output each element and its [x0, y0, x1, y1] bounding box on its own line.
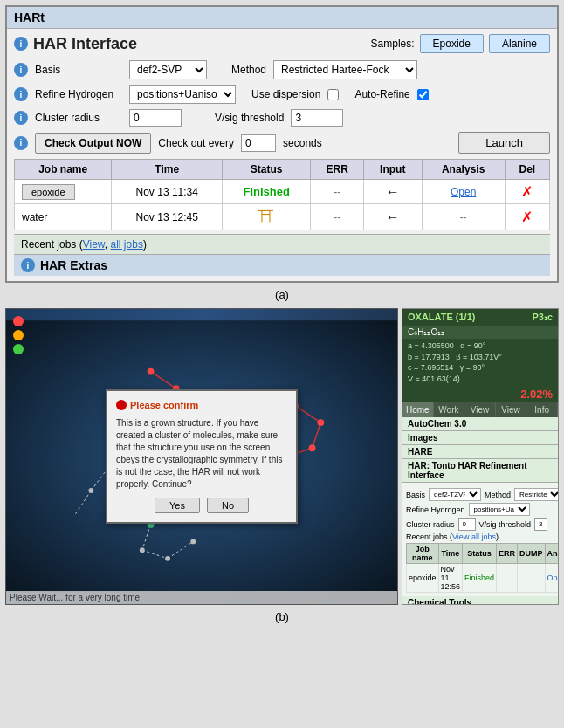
har-mini-vsig-input[interactable] — [534, 518, 547, 531]
section-har[interactable]: HAR: Tonto HAR Refinement Interface — [402, 459, 558, 483]
alanine-button[interactable]: Alanine — [489, 34, 550, 53]
basis-label: Basis — [35, 64, 122, 76]
stat-c: c = 7.695514 γ = 90° — [408, 362, 553, 374]
recent-jobs-text: Recent jobs — [21, 238, 76, 251]
mini-col-err: ERR — [497, 544, 518, 564]
mini-job-analysis[interactable]: Open — [545, 564, 558, 593]
app-title: HARt — [14, 10, 45, 24]
dialog-error-icon — [116, 400, 127, 410]
vsig-label: V/sig threshold — [215, 112, 284, 124]
title-bar: HARt — [7, 7, 557, 29]
check-info-icon[interactable]: i — [14, 136, 28, 150]
svg-point-63 — [165, 556, 170, 561]
job-name-cell2: water — [15, 204, 112, 230]
job-status-cell2: ⛩ — [223, 204, 311, 230]
all-jobs-link[interactable]: all jobs — [111, 238, 143, 251]
har-mini-basis-select[interactable]: def2-TZVP — [429, 488, 481, 501]
section-hare[interactable]: HARE — [402, 445, 558, 459]
dialog-no-button[interactable]: No — [207, 498, 249, 513]
status-running: ⛩ — [258, 208, 274, 225]
extras-bar: i HAR Extras — [14, 254, 550, 276]
job-input-cell2[interactable]: ← — [364, 204, 422, 230]
check-every-input[interactable] — [241, 134, 276, 152]
oxalate-formula-text: C₆H₁₂O₁₃ — [408, 327, 444, 337]
nav-view2[interactable]: View — [496, 402, 527, 417]
check-output-row: i Check Output NOW Check out every secon… — [14, 132, 550, 154]
col-time: Time — [112, 160, 223, 180]
har-mini-cluster-input[interactable] — [458, 518, 476, 531]
har-mini-basis-row: Basis def2-TZVP Method Restricted Hartre… — [406, 488, 554, 501]
extras-label: HAR Extras — [40, 258, 107, 272]
job-name-button[interactable]: epoxide — [22, 184, 75, 200]
cluster-info-icon[interactable]: i — [14, 111, 28, 125]
traffic-light-red[interactable] — [13, 316, 24, 326]
viz-panel: Please confirm This is a grown structure… — [5, 308, 398, 605]
job-del-cell2[interactable]: ✗ — [505, 204, 549, 230]
nav-home[interactable]: Home — [402, 402, 434, 417]
delete-icon2[interactable]: ✗ — [521, 209, 533, 224]
auto-refine-checkbox[interactable] — [417, 89, 429, 100]
section-autochem[interactable]: AutoChem 3.0 — [402, 417, 558, 431]
nav-view1[interactable]: View — [464, 402, 496, 417]
launch-button[interactable]: Launch — [458, 132, 550, 154]
basis-info-icon[interactable]: i — [14, 63, 28, 77]
open-link[interactable]: Open — [451, 186, 476, 198]
har-mini-method-select[interactable]: Restricted Hartree-F — [514, 488, 558, 501]
nav-info[interactable]: Info — [526, 402, 558, 417]
cluster-row: i Cluster radius V/sig threshold — [14, 109, 550, 127]
traffic-light-green[interactable] — [13, 344, 24, 354]
delete-icon[interactable]: ✗ — [521, 184, 533, 199]
auto-refine-label: Auto-Refine — [354, 88, 409, 100]
status-bar: Please Wait... for a very long time — [6, 591, 397, 604]
extras-info-icon[interactable]: i — [21, 258, 35, 272]
har-mini-recent-label: Recent jobs (View all jobs) — [406, 532, 554, 541]
har-mini-view-all-link[interactable]: View all jobs — [452, 532, 496, 541]
vsig-value-input[interactable] — [291, 109, 343, 127]
section-chemical-tools[interactable]: Chemical Tools — [402, 596, 558, 604]
mini-col-analysis: Analysis — [545, 544, 558, 564]
view-link[interactable]: View — [83, 238, 105, 251]
oxalate-stats: a = 4.305500 α = 90° b = 17.7913 β = 103… — [402, 339, 558, 386]
har-mini-panel: Basis def2-TZVP Method Restricted Hartre… — [402, 483, 558, 596]
check-output-button[interactable]: Check Output NOW — [35, 133, 151, 154]
job-input-cell[interactable]: ← — [364, 180, 422, 204]
refine-select[interactable]: positions+Uaniso positions only Uaniso o… — [129, 85, 236, 104]
har-title-text: HAR Interface — [33, 35, 137, 53]
col-status: Status — [223, 160, 311, 180]
nav-work[interactable]: Work — [434, 402, 465, 417]
table-row: water Nov 13 12:45 ⛩ -- ← -- ✗ — [15, 204, 550, 230]
status-text: Please Wait... for a very long time — [10, 593, 140, 602]
job-analysis-cell[interactable]: Open — [422, 180, 505, 204]
har-info-icon[interactable]: i — [14, 37, 28, 51]
oxalate-formula: C₆H₁₂O₁₃ — [402, 326, 558, 339]
job-time-cell: Nov 13 11:34 — [112, 180, 223, 204]
basis-select[interactable]: def2-SVP def2-TZVP cc-pVDZ 6-31G* — [129, 60, 207, 79]
svg-point-62 — [140, 547, 145, 553]
epoxide-button[interactable]: Epoxide — [420, 34, 484, 53]
dialog-title: Please confirm — [116, 400, 287, 410]
refine-row: i Refine Hydrogen positions+Uaniso posit… — [14, 85, 550, 104]
mini-col-status: Status — [463, 544, 497, 564]
dialog-buttons: Yes No — [116, 498, 287, 513]
use-dispersion-checkbox[interactable] — [327, 89, 339, 100]
mini-job-err — [497, 564, 518, 593]
samples-label: Samples: — [371, 38, 415, 50]
mini-job-time: Nov 11 12:56 — [438, 564, 463, 593]
job-name-cell: epoxide — [15, 180, 112, 204]
refine-info-icon[interactable]: i — [14, 87, 28, 101]
col-del: Del — [505, 160, 549, 180]
section-images[interactable]: Images — [402, 431, 558, 445]
cluster-value-input[interactable] — [129, 109, 182, 127]
oxalate-page: P3₁c — [532, 312, 553, 323]
dialog-yes-button[interactable]: Yes — [155, 498, 200, 513]
stat-b: b = 17.7913 β = 103.71V° — [408, 352, 553, 363]
traffic-light-yellow[interactable] — [13, 330, 24, 340]
har-mini-vsig-label: V/sig threshold — [479, 520, 532, 529]
job-del-cell[interactable]: ✗ — [505, 180, 549, 204]
svg-point-47 — [309, 444, 316, 451]
har-mini-cluster-label: Cluster radius — [406, 520, 455, 529]
har-mini-refine-select[interactable]: positions+Uaniso — [469, 503, 530, 516]
method-select[interactable]: Restricted Hartee-Fock Unrestricted Hart… — [273, 60, 417, 79]
oxalate-sections: AutoChem 3.0 Images HARE HAR: Tonto HAR … — [402, 417, 558, 604]
method-label: Method — [231, 64, 266, 76]
